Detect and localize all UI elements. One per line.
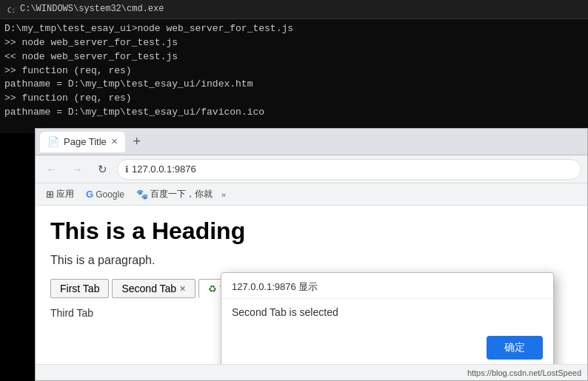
reload-icon: ↻ (98, 163, 107, 176)
bookmark-apps[interactable]: ⊞ 应用 (43, 186, 77, 202)
bookmark-more-icon[interactable]: » (221, 190, 226, 199)
browser-tab-label: Page Title (64, 136, 107, 147)
terminal-line: << node web_server_for_test.js (4, 50, 584, 64)
browser-content: This is a Heading This is a paragraph. F… (36, 206, 587, 364)
new-tab-button[interactable]: + (127, 132, 147, 152)
alert-header: 127.0.0.1:9876 显示 (221, 273, 553, 299)
terminal-line: >> function (req, res) (4, 92, 584, 106)
address-bar[interactable]: ℹ 127.0.0.1:9876 (117, 159, 581, 180)
alert-message: Second Tab is selected (221, 299, 553, 330)
forward-button[interactable]: → (67, 159, 87, 180)
lock-icon: ℹ (125, 164, 129, 175)
terminal-body: D:\my_tmp\test_esay_ui>node web_server_f… (0, 19, 588, 123)
baidu-icon: 🐾 (136, 189, 148, 200)
back-icon: ← (47, 163, 58, 175)
terminal-line: pathname = D:\my_tmp\test_esay_ui/favico… (4, 106, 584, 120)
bookmark-google[interactable]: G Google (83, 187, 127, 201)
terminal-line: D:\my_tmp\test_esay_ui>node web_server_f… (4, 22, 584, 36)
tab-close-button[interactable]: ✕ (111, 137, 118, 146)
browser-window: 📄 Page Title ✕ + ← → ↻ ℹ 127.0.0.1:9876 … (35, 128, 588, 381)
status-url: https://blog.csdn.net/LostSpeed (467, 368, 581, 377)
alert-footer: 确定 (221, 330, 553, 364)
svg-text:C:\: C:\ (7, 7, 16, 14)
browser-statusbar: https://blog.csdn.net/LostSpeed (36, 364, 587, 380)
terminal-line: >> function (req, res) (4, 64, 584, 78)
alert-ok-button[interactable]: 确定 (487, 336, 543, 360)
terminal-title: C:\WINDOWS\system32\cmd.exe (20, 3, 164, 16)
terminal-line: >> node web_server_for_test.js (4, 36, 584, 50)
bookmark-google-label: Google (96, 189, 124, 200)
terminal-titlebar: C:\ C:\WINDOWS\system32\cmd.exe (0, 0, 588, 19)
bookmark-baidu-label: 百度一下，你就 (150, 188, 213, 200)
favicon-icon: 📄 (47, 136, 59, 147)
browser-navbar: ← → ↻ ℹ 127.0.0.1:9876 (36, 155, 587, 183)
alert-overlay: 127.0.0.1:9876 显示 Second Tab is selected… (36, 206, 587, 364)
terminal-window: C:\ C:\WINDOWS\system32\cmd.exe D:\my_tm… (0, 0, 588, 133)
browser-tab-page-title[interactable]: 📄 Page Title ✕ (40, 132, 125, 152)
forward-icon: → (72, 163, 83, 175)
terminal-line: pathname = D:\my_tmp\test_esay_ui/index.… (4, 78, 584, 92)
browser-tabbar: 📄 Page Title ✕ + (36, 129, 587, 155)
back-button[interactable]: ← (41, 159, 62, 180)
bookmark-baidu[interactable]: 🐾 百度一下，你就 (133, 186, 216, 202)
alert-dialog: 127.0.0.1:9876 显示 Second Tab is selected… (221, 272, 554, 364)
google-icon: G (86, 189, 93, 200)
cmd-icon: C:\ (6, 4, 16, 15)
url-text: 127.0.0.1:9876 (132, 163, 196, 175)
bookmark-apps-label: 应用 (56, 188, 74, 200)
bookmarks-bar: ⊞ 应用 G Google 🐾 百度一下，你就 » (36, 183, 587, 206)
reload-button[interactable]: ↻ (92, 159, 113, 180)
apps-grid-icon: ⊞ (46, 189, 54, 200)
